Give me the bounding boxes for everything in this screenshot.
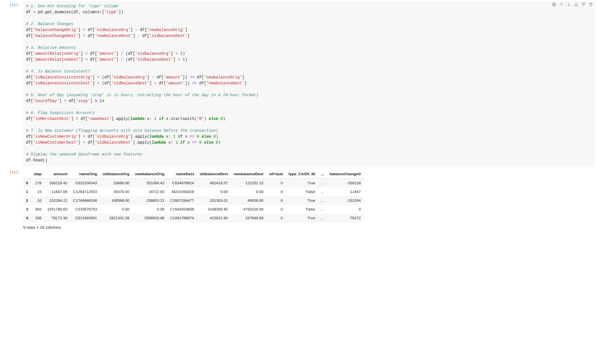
dataframe-output[interactable]: stepamountnameOrigoldbalanceOrgnewbalanc… — [23, 170, 595, 222]
dataframe-cell: True — [286, 196, 318, 205]
svg-rect-1 — [553, 3, 555, 5]
output-cell: [21]: stepamountnameOrigoldbalanceOrgnew… — [0, 167, 597, 235]
dataframe-cell: 10 — [31, 196, 45, 205]
dataframe-cell: C333676753 — [70, 205, 100, 214]
dataframe-cell: True — [286, 179, 318, 188]
output-prompt: [21]: — [2, 168, 23, 235]
dataframe-cell: C1091768874 — [167, 214, 197, 222]
dataframe-cell: 351084.42 — [132, 179, 167, 188]
dataframe-cell: 2999503.88 — [132, 214, 167, 222]
dataframe-cell: 18722.92 — [132, 187, 167, 196]
dataframe-cell: 206 — [31, 214, 45, 222]
dataframe-cell: 11647 — [327, 187, 363, 196]
duplicate-cell-button[interactable] — [552, 2, 556, 7]
dataframe-cell: C1607284477 — [167, 196, 197, 205]
insert-above-icon — [574, 2, 578, 7]
dataframe-column-header: newbalanceDest — [231, 170, 266, 179]
table-row: 11511647.08C126471255330370.0018722.92M2… — [23, 187, 364, 196]
copy-icon — [552, 2, 556, 7]
dataframe-cell: 78172.30 — [44, 214, 70, 222]
move-cell-down-button[interactable] — [567, 2, 571, 7]
dataframe-row-index: 2 — [23, 196, 31, 205]
dataframe-cell: 2921331.58 — [100, 214, 132, 222]
dataframe-cell: 1551760.63 — [44, 205, 70, 214]
dataframe-cell: ... — [318, 214, 327, 222]
dataframe-cell: 337649.60 — [231, 214, 266, 222]
svg-rect-3 — [582, 3, 585, 4]
table-row: 34031551760.63C3336767530.000.00C1564353… — [23, 205, 364, 214]
insert-cell-below-button[interactable] — [581, 2, 586, 7]
delete-cell-button[interactable] — [589, 2, 593, 7]
trash-icon — [589, 2, 593, 7]
dataframe-column-header: step — [31, 170, 45, 179]
dataframe-cell: C1264712553 — [70, 187, 100, 196]
dataframe-cell: C632336343 — [70, 179, 100, 188]
dataframe-column-header: amount — [44, 170, 70, 179]
input-prompt: [21]: — [2, 1, 23, 166]
dataframe-cell: False — [286, 205, 318, 214]
dataframe-cell: 49038.80 — [231, 196, 266, 205]
dataframe-cell: 415821.90 — [197, 214, 231, 222]
svg-rect-2 — [575, 5, 578, 6]
dataframe-cell: 30370.00 — [100, 187, 132, 196]
dataframe-cell: ... — [318, 179, 327, 188]
dataframe-cell: 278 — [31, 179, 45, 188]
dataframe-cell: 0.00 — [231, 187, 266, 196]
dataframe-cell: C834976624 — [167, 179, 197, 188]
code-editor[interactable]: # 1. One-Hot Encoding for 'type' column … — [23, 1, 595, 166]
dataframe-cell: 0 — [266, 196, 286, 205]
dataframe-cell: -152264 — [327, 196, 363, 205]
move-cell-up-button[interactable] — [559, 2, 564, 7]
dataframe-row-index: 4 — [23, 214, 31, 222]
dataframe-cell: M215391829 — [167, 187, 197, 196]
dataframe-cell: 15 — [31, 187, 45, 196]
dataframe-column-header: nameDest — [167, 170, 197, 179]
dataframe-cell: ... — [318, 187, 327, 196]
dataframe-cell: 201303.01 — [197, 196, 231, 205]
dataframe-table: stepamountnameOrigoldbalanceOrgnewbalanc… — [23, 170, 364, 222]
arrow-up-icon — [559, 2, 564, 7]
dataframe-column-header: oldbalanceOrg — [100, 170, 132, 179]
dataframe-cell: ... — [318, 205, 327, 214]
dataframe-column-header: oldbalanceDest — [197, 170, 231, 179]
dataframe-cell: 0 — [327, 205, 363, 214]
dataframe-cell: 11647.08 — [44, 187, 70, 196]
dataframe-cell: 452419.57 — [197, 179, 231, 188]
dataframe-column-header: ... — [318, 170, 327, 179]
dataframe-cell: False — [286, 187, 318, 196]
cell-toolbar — [552, 2, 593, 7]
dataframe-column-header: isFraud — [266, 170, 286, 179]
dataframe-cell: C813403091 — [70, 214, 100, 222]
svg-rect-0 — [553, 4, 555, 6]
dataframe-cell: 0.00 — [100, 205, 132, 214]
dataframe-cell: 0 — [266, 187, 286, 196]
dataframe-cell: ... — [318, 196, 327, 205]
arrow-down-icon — [567, 2, 571, 7]
table-row: 210152264.21C1746846248106589.00258853.2… — [23, 196, 364, 205]
dataframe-cell: 0 — [266, 205, 286, 214]
dataframe-cell: 106589.00 — [100, 196, 132, 205]
dataframe-cell: C1746846248 — [70, 196, 100, 205]
dataframe-cell: -78172 — [327, 214, 363, 222]
dataframe-cell: -330218 — [327, 179, 363, 188]
dataframe-cell: 20866.00 — [100, 179, 132, 188]
dataframe-column-header: nameOrig — [70, 170, 100, 179]
dataframe-cell: 122201.15 — [231, 179, 266, 188]
dataframe-cell: 403 — [31, 205, 45, 214]
dataframe-cell: 0 — [266, 179, 286, 188]
insert-cell-above-button[interactable] — [574, 2, 578, 7]
dataframe-column-header: type_CASH_IN — [286, 170, 318, 179]
dataframe-row-index: 0 — [23, 179, 31, 188]
dataframe-cell: 330218.42 — [44, 179, 70, 188]
dataframe-index-header — [23, 170, 31, 179]
dataframe-cell: 3198359.45 — [197, 205, 231, 214]
dataframe-column-header: balanceChangeO — [327, 170, 363, 179]
dataframe-cell: C1564353608 — [167, 205, 197, 214]
input-cell: [21]: # 1. One-Hot Encoding for 'type' c… — [0, 0, 597, 166]
dataframe-cell: 0.00 — [197, 187, 231, 196]
dataframe-row-index: 3 — [23, 205, 31, 214]
dataframe-cell: True — [286, 214, 318, 222]
table-row: 0278330218.42C63233634320866.00351084.42… — [23, 179, 364, 188]
dataframe-cell: 258853.21 — [132, 196, 167, 205]
dataframe-cell: 152264.21 — [44, 196, 70, 205]
